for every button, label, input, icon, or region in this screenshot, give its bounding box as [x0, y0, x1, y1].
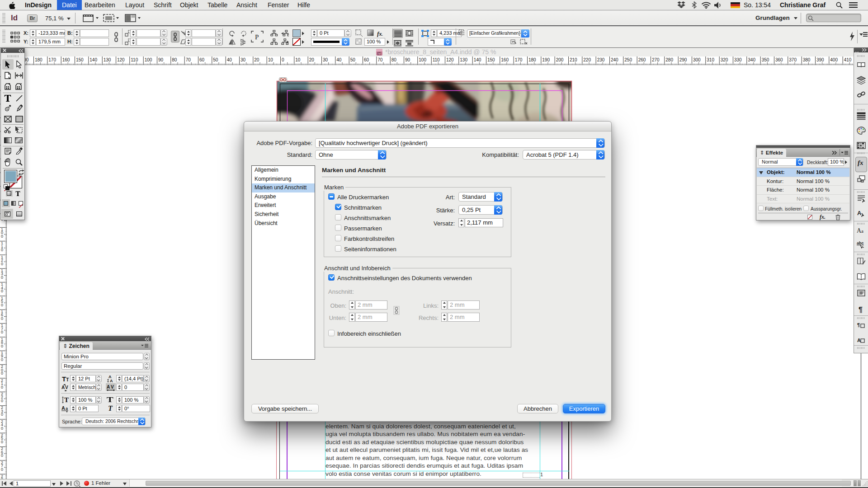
svg-text:60: 60 [199, 57, 205, 62]
svg-text:0: 0 [1, 453, 3, 458]
svg-text:350: 350 [762, 57, 769, 62]
svg-text:170: 170 [48, 57, 56, 62]
svg-text:20: 20 [254, 57, 259, 62]
svg-text:70: 70 [377, 57, 383, 62]
svg-text:60: 60 [364, 57, 369, 62]
svg-text:190: 190 [542, 57, 550, 62]
svg-text:380: 380 [803, 57, 811, 62]
svg-text:150: 150 [76, 57, 84, 62]
svg-text:40: 40 [336, 57, 342, 62]
svg-text:120: 120 [446, 57, 454, 62]
svg-text:130: 130 [104, 57, 111, 62]
svg-text:310: 310 [707, 57, 714, 62]
svg-text:340: 340 [748, 57, 755, 62]
svg-text:0: 0 [1, 234, 3, 239]
svg-text:410: 410 [844, 57, 852, 62]
svg-text:140: 140 [90, 57, 97, 62]
svg-text:40: 40 [227, 57, 232, 62]
svg-text:300: 300 [693, 57, 701, 62]
svg-text:180: 180 [528, 57, 536, 62]
svg-text:a: a [66, 406, 68, 411]
svg-text:0: 0 [1, 467, 3, 472]
svg-text:T: T [64, 396, 69, 404]
svg-text:50: 50 [213, 57, 218, 62]
svg-text:abc: abc [857, 241, 864, 245]
svg-text:240: 240 [611, 57, 618, 62]
svg-text:fx: fx [858, 159, 863, 166]
svg-text:A: A [107, 385, 110, 389]
svg-text:320: 320 [721, 57, 728, 62]
svg-text:180: 180 [35, 57, 42, 62]
svg-text:0: 0 [1, 248, 3, 252]
svg-text:120: 120 [117, 57, 125, 62]
svg-text:0: 0 [1, 371, 3, 375]
svg-text:0: 0 [1, 262, 3, 266]
svg-text:20: 20 [309, 57, 315, 62]
svg-text:A: A [857, 338, 861, 343]
svg-text:V: V [65, 385, 68, 390]
svg-text:0: 0 [1, 385, 3, 389]
svg-text:400: 400 [830, 57, 838, 62]
svg-text:0: 0 [282, 57, 284, 62]
svg-text:A: A [61, 385, 65, 390]
svg-text:170: 170 [515, 57, 523, 62]
svg-text:360: 360 [775, 57, 783, 62]
svg-text:220: 220 [583, 57, 591, 62]
svg-text:0: 0 [1, 412, 3, 417]
svg-text:A: A [110, 379, 113, 383]
svg-text:A: A [61, 405, 65, 411]
svg-text:370: 370 [789, 57, 797, 62]
svg-text:0: 0 [1, 289, 3, 293]
svg-text:0: 0 [1, 275, 3, 280]
svg-text:390: 390 [816, 57, 824, 62]
svg-text:0: 0 [1, 316, 3, 321]
svg-text:0: 0 [1, 399, 3, 403]
svg-text:270: 270 [652, 57, 660, 62]
svg-text:V: V [111, 385, 114, 389]
svg-text:90: 90 [405, 57, 410, 62]
svg-text:290: 290 [679, 57, 687, 62]
svg-text:130: 130 [460, 57, 467, 62]
svg-text:a: a [861, 228, 863, 234]
svg-text:30: 30 [241, 57, 246, 62]
svg-text:160: 160 [62, 57, 70, 62]
svg-text:230: 230 [597, 57, 605, 62]
svg-text:¶: ¶ [859, 306, 863, 314]
svg-text:250: 250 [624, 57, 632, 62]
svg-text:140: 140 [474, 57, 481, 62]
svg-text:0: 0 [1, 440, 3, 444]
svg-text:P: P [255, 33, 259, 41]
svg-text:110: 110 [433, 57, 440, 62]
svg-text:0: 0 [1, 357, 3, 362]
svg-text:150: 150 [487, 57, 495, 62]
svg-text:100: 100 [419, 57, 426, 62]
svg-text:30: 30 [323, 57, 328, 62]
svg-text:Id: Id [378, 52, 381, 55]
svg-text:10: 10 [295, 57, 301, 62]
svg-text:70: 70 [186, 57, 191, 62]
svg-text:10: 10 [268, 57, 274, 62]
svg-text:0: 0 [1, 426, 3, 431]
svg-text:200: 200 [556, 57, 564, 62]
svg-text:80: 80 [392, 57, 397, 62]
svg-text:0: 0 [1, 330, 3, 334]
svg-text:260: 260 [638, 57, 646, 62]
svg-text:100: 100 [145, 57, 152, 62]
svg-text:A: A [857, 210, 862, 216]
svg-text:330: 330 [734, 57, 742, 62]
svg-text:160: 160 [501, 57, 509, 62]
svg-text:¶: ¶ [857, 322, 860, 328]
svg-text:90: 90 [158, 57, 164, 62]
svg-text:280: 280 [665, 57, 673, 62]
svg-text:110: 110 [131, 57, 138, 62]
svg-text:50: 50 [350, 57, 356, 62]
svg-text:80: 80 [172, 57, 177, 62]
svg-text:0: 0 [1, 303, 3, 307]
svg-text:0: 0 [1, 344, 3, 348]
svg-text:210: 210 [570, 57, 577, 62]
